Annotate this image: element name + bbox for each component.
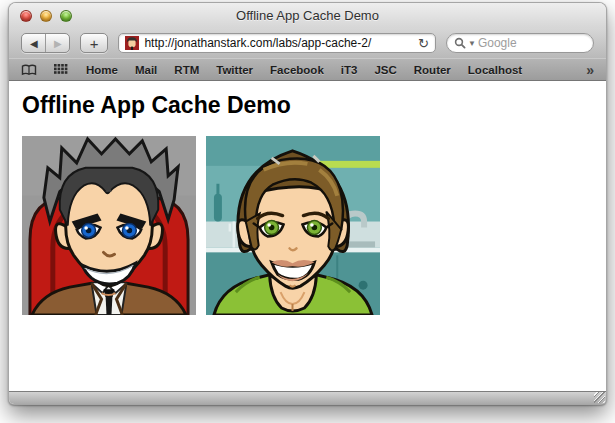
address-bar[interactable]: ↻ (118, 33, 436, 53)
back-button[interactable]: ◀ (22, 34, 45, 52)
plus-icon: + (90, 36, 99, 51)
top-sites-grid-icon[interactable] (54, 64, 69, 76)
bookmarks-overflow-icon[interactable]: » (586, 62, 594, 78)
browser-window: Offline App Cache Demo ◀ ▶ + ↻ ▼ (8, 2, 607, 405)
resize-grip[interactable] (594, 392, 605, 403)
bookmark-twitter[interactable]: Twitter (216, 64, 253, 76)
zoom-button[interactable] (60, 10, 72, 22)
bookmarks-bar: Home Mail RTM Twitter Facebook iT3 JSC R… (9, 58, 606, 81)
window-controls (20, 10, 72, 22)
back-icon: ◀ (30, 38, 38, 49)
search-field[interactable]: ▼ (446, 33, 594, 53)
bookmark-home[interactable]: Home (86, 64, 118, 76)
female-avatar-image (206, 136, 380, 315)
page-content: Offline App Cache Demo (9, 81, 606, 391)
forward-icon: ▶ (54, 38, 62, 49)
avatar-images-row (22, 136, 606, 315)
search-engine-dropdown-icon[interactable]: ▼ (468, 39, 476, 48)
reload-icon[interactable]: ↻ (418, 37, 429, 50)
title-bar[interactable]: Offline App Cache Demo (9, 3, 606, 28)
forward-button[interactable]: ▶ (45, 34, 69, 52)
new-tab-button[interactable]: + (80, 33, 108, 53)
status-bar (9, 391, 606, 404)
url-input[interactable] (144, 36, 413, 50)
minimize-button[interactable] (40, 10, 52, 22)
bookmark-mail[interactable]: Mail (135, 64, 157, 76)
bookmark-it3[interactable]: iT3 (341, 64, 358, 76)
bookmark-jsc[interactable]: JSC (374, 64, 396, 76)
history-navigation: ◀ ▶ (21, 33, 70, 53)
window-title: Offline App Cache Demo (236, 8, 379, 23)
bookmark-facebook[interactable]: Facebook (270, 64, 324, 76)
bookmarks-book-icon[interactable] (21, 64, 37, 76)
close-button[interactable] (20, 10, 32, 22)
bookmark-localhost[interactable]: Localhost (468, 64, 522, 76)
search-input[interactable] (478, 36, 585, 50)
page-title: Offline App Cache Demo (22, 92, 606, 119)
site-favicon-icon (125, 36, 139, 50)
search-icon (454, 37, 466, 49)
bookmark-router[interactable]: Router (414, 64, 451, 76)
male-avatar-image (22, 136, 196, 315)
bookmark-rtm[interactable]: RTM (174, 64, 199, 76)
browser-toolbar: ◀ ▶ + ↻ ▼ (9, 28, 606, 58)
